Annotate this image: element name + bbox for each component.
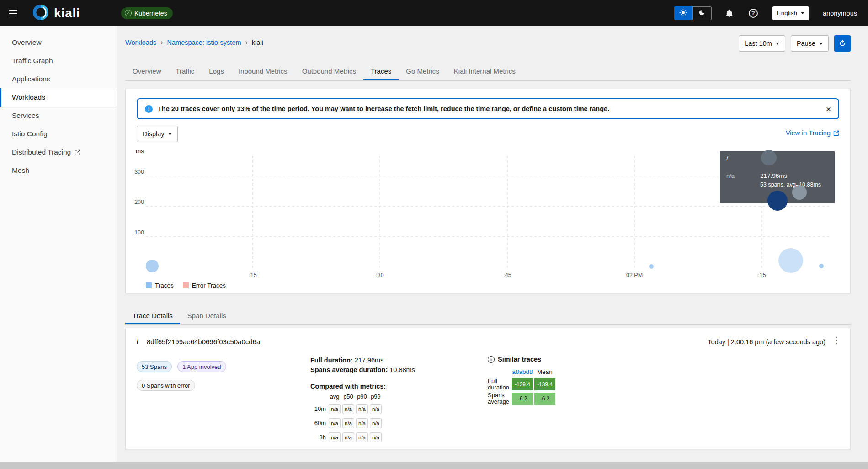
tab-traffic[interactable]: Traffic: [169, 62, 202, 80]
full-duration-row: Full duration: 217.96ms: [310, 356, 415, 365]
full-duration-label: Full duration:: [310, 357, 353, 364]
tab-go-metrics[interactable]: Go Metrics: [399, 62, 447, 80]
refresh-interval-label: Pause: [797, 40, 815, 47]
kebab-menu-icon[interactable]: ⋮: [832, 335, 841, 346]
close-icon[interactable]: ×: [826, 105, 831, 113]
spans-average-row: Spans average duration: 10.88ms: [310, 365, 415, 375]
tooltip-trace-name: /: [726, 155, 728, 162]
metric-cell: n/a: [329, 418, 341, 428]
x-tick-1: :15: [249, 272, 256, 278]
sidebar-item-overview[interactable]: Overview: [0, 33, 117, 52]
kubernetes-badge-label: Kubernetes: [134, 10, 167, 17]
duration-label: Last 10m: [745, 40, 772, 47]
sidebar-item-distributed-tracing[interactable]: Distributed Tracing: [0, 143, 117, 161]
traces-chart-card: i The 20 traces cover only 13% of the ti…: [125, 89, 851, 293]
sync-icon: [839, 40, 846, 47]
breadcrumb: Workloads › Namespace: istio-system › ki…: [125, 38, 263, 47]
similar-trace-link[interactable]: a8abd8: [512, 368, 533, 377]
main-content: Workloads › Namespace: istio-system › ki…: [117, 26, 868, 462]
sidebar-item-applications[interactable]: Applications: [0, 70, 117, 88]
sidebar-item-traffic-graph[interactable]: Traffic Graph: [0, 52, 117, 70]
traces-swatch: [146, 282, 152, 288]
metric-cell: n/a: [342, 432, 354, 442]
y-tick-200: 200: [130, 199, 144, 205]
display-dropdown[interactable]: Display: [137, 126, 178, 142]
info-circle-icon: i: [145, 105, 153, 113]
x-tick-2: :30: [376, 272, 383, 278]
language-label: English: [777, 10, 797, 16]
breadcrumb-current: kiali: [252, 39, 263, 46]
hamburger-menu-icon[interactable]: [9, 8, 22, 19]
spans-badge: 53 Spans: [137, 361, 172, 372]
tab-traces[interactable]: Traces: [363, 62, 399, 80]
similar-cell: -6.2: [534, 393, 555, 405]
sidebar-item-workloads[interactable]: Workloads: [0, 88, 117, 107]
tab-span-details[interactable]: Span Details: [180, 307, 234, 324]
legend-label: Traces: [155, 282, 174, 289]
notifications-bell-icon[interactable]: [725, 9, 733, 17]
breadcrumb-workloads[interactable]: Workloads: [125, 39, 156, 46]
details-tabs: Trace Details Span Details: [125, 307, 851, 325]
compared-metrics-table: avg p50 p90 p99 10m n/a n/a n/a n/a 60m …: [310, 393, 382, 442]
chevron-down-icon: [819, 43, 823, 45]
spans-average-value: 10.88ms: [389, 366, 415, 373]
metric-cell: n/a: [370, 432, 382, 442]
y-axis-unit-label: ms: [136, 148, 144, 155]
x-tick-3: :45: [503, 272, 511, 278]
tab-inbound-metrics[interactable]: Inbound Metrics: [231, 62, 295, 80]
tab-outbound-metrics[interactable]: Outbound Metrics: [295, 62, 363, 80]
similar-cell: -6.2: [512, 393, 533, 405]
sidebar-item-istio-config[interactable]: Istio Config: [0, 125, 117, 143]
col-mean: Mean: [534, 368, 555, 377]
tab-overview[interactable]: Overview: [125, 62, 169, 80]
legend-traces: Traces: [146, 282, 174, 289]
view-in-tracing-link[interactable]: View in Tracing: [786, 129, 839, 137]
metric-cell: n/a: [356, 404, 368, 414]
error-traces-swatch: [183, 282, 189, 288]
alert-message: The 20 traces cover only 13% of the time…: [158, 105, 609, 112]
col-avg: avg: [329, 393, 341, 400]
row-10m: 10m: [310, 404, 327, 414]
sidebar-item-label: Services: [12, 112, 39, 120]
tab-kiali-internal-metrics[interactable]: Kiali Internal Metrics: [447, 62, 523, 80]
metric-cell: n/a: [342, 404, 354, 414]
duration-dropdown[interactable]: Last 10m: [739, 35, 785, 52]
metric-cell: n/a: [370, 404, 382, 414]
tab-trace-details[interactable]: Trace Details: [125, 307, 180, 324]
help-icon[interactable]: ?: [749, 9, 758, 18]
x-tick-4: 02 PM: [626, 272, 643, 278]
refresh-button[interactable]: [834, 35, 851, 52]
traces-scatter-chart[interactable]: ms 300 200 100 :15 :30 :45: [137, 148, 840, 290]
metric-cell: n/a: [342, 418, 354, 428]
username-label[interactable]: anonymous: [823, 10, 857, 17]
workload-tabs: Overview Traffic Logs Inbound Metrics Ou…: [125, 62, 851, 81]
trace-badges: 53 Spans 1 App involved: [137, 361, 226, 372]
check-circle-icon: ✓: [125, 10, 132, 16]
tab-logs[interactable]: Logs: [202, 62, 231, 80]
language-dropdown[interactable]: English: [772, 6, 809, 20]
chevron-right-icon: ›: [245, 38, 248, 47]
breadcrumb-namespace[interactable]: Namespace: istio-system: [167, 39, 241, 46]
tooltip-status: n/a: [726, 172, 735, 179]
dark-theme-button[interactable]: [692, 6, 712, 20]
col-p50: p50: [342, 393, 354, 400]
chevron-down-icon: [776, 43, 779, 45]
legend-error-traces: Error Traces: [183, 282, 226, 289]
chart-controls: Display View in Tracing: [137, 126, 839, 142]
x-tick-5: :15: [758, 272, 766, 278]
sidebar-item-label: Overview: [12, 38, 42, 47]
trace-badges-errors: 0 Spans with error: [137, 380, 195, 391]
chevron-right-icon: ›: [160, 38, 163, 47]
kiali-brand[interactable]: kiali: [32, 4, 80, 23]
sidebar-item-services[interactable]: Services: [0, 107, 117, 125]
sidebar-item-mesh[interactable]: Mesh: [0, 161, 117, 180]
trace-id: 8dff65f2199ae64b0696f03c50a0cd6a: [147, 338, 260, 346]
similar-cell: -139.4: [512, 378, 533, 390]
refresh-interval-dropdown[interactable]: Pause: [791, 35, 829, 52]
trace-points: [146, 248, 824, 273]
light-theme-button[interactable]: [674, 6, 692, 20]
full-duration-value: 217.96ms: [355, 357, 384, 364]
chart-legend: Traces Error Traces: [146, 282, 226, 289]
kubernetes-badge: ✓ Kubernetes: [121, 7, 173, 19]
sidebar-item-label: Workloads: [12, 93, 45, 101]
